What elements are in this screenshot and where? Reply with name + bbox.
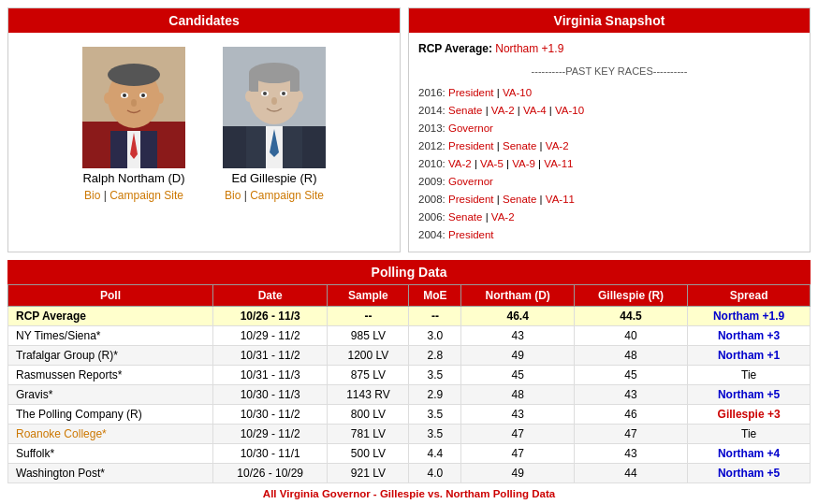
svg-point-13 — [156, 93, 164, 104]
table-row: Rasmussen Reports*10/31 - 11/3875 LV3.54… — [8, 365, 811, 384]
svg-point-29 — [296, 91, 303, 102]
rcp-average: RCP Average: Northam +1.9 — [418, 40, 800, 58]
poll-name-cell[interactable]: Suffolk* — [8, 443, 213, 463]
poll-data-cell: 800 LV — [328, 404, 409, 424]
poll-data-cell: 921 LV — [328, 463, 409, 482]
column-header: Spread — [688, 284, 811, 306]
poll-data-cell: 4.4 — [409, 443, 461, 463]
poll-name-cell[interactable]: Washington Post* — [8, 463, 213, 482]
northam-links[interactable]: Bio | Campaign Site — [82, 189, 185, 202]
poll-data-cell: Tie — [688, 365, 811, 384]
poll-data-cell: 3.5 — [409, 365, 461, 384]
column-header: MoE — [409, 284, 461, 306]
polling-header: Polling Data — [7, 260, 811, 284]
poll-data-cell: 48 — [461, 384, 574, 404]
past-race-row: 2006: Senate | VA-2 — [418, 209, 800, 226]
northam-bio-link[interactable]: Bio — [84, 189, 100, 202]
svg-point-25 — [263, 92, 267, 95]
gillespie-name: Ed Gillespie (R) — [223, 171, 326, 185]
poll-name-cell[interactable]: Trafalgar Group (R)* — [8, 345, 213, 365]
poll-name-cell[interactable]: RCP Average — [8, 306, 213, 325]
poll-data-cell: 3.0 — [409, 325, 461, 345]
poll-name-cell[interactable]: NY Times/Siena* — [8, 325, 213, 345]
table-row: RCP Average10/26 - 11/3----46.444.5North… — [8, 306, 811, 325]
poll-data-cell: 48 — [574, 345, 687, 365]
poll-name-cell[interactable]: Roanoke College* — [8, 424, 213, 443]
poll-data-cell: Northam +1.9 — [688, 306, 811, 325]
polling-footer: All Virginia Governor - Gillespie vs. No… — [7, 483, 811, 504]
poll-data-cell: 3.5 — [409, 424, 461, 443]
column-header: Gillespie (R) — [574, 284, 687, 306]
past-races: 2016: President | VA-102014: Senate | VA… — [418, 84, 800, 244]
poll-data-cell: 44 — [574, 463, 687, 482]
table-row: Trafalgar Group (R)*10/31 - 11/21200 LV2… — [8, 345, 811, 365]
poll-data-cell: 10/26 - 10/29 — [212, 463, 327, 482]
poll-data-cell: Northam +5 — [688, 463, 811, 482]
svg-point-10 — [141, 94, 145, 97]
poll-data-cell: 49 — [461, 463, 574, 482]
past-race-row: 2016: President | VA-10 — [418, 84, 800, 102]
past-races-title: ----------PAST KEY RACES---------- — [418, 64, 800, 80]
poll-data-cell: Northam +5 — [688, 384, 811, 404]
poll-name-cell[interactable]: Gravis* — [8, 384, 213, 404]
poll-data-cell: 45 — [461, 365, 574, 384]
snapshot-panel: Virginia Snapshot RCP Average: Northam +… — [408, 7, 811, 252]
column-header: Date — [212, 284, 327, 306]
gillespie-links[interactable]: Bio | Campaign Site — [223, 189, 326, 202]
svg-point-6 — [108, 64, 160, 86]
poll-data-cell: 43 — [574, 443, 687, 463]
poll-data-cell: 43 — [461, 404, 574, 424]
poll-name-cell[interactable]: The Polling Company (R) — [8, 404, 213, 424]
table-row: Washington Post*10/26 - 10/29921 LV4.049… — [8, 463, 811, 482]
svg-point-28 — [245, 91, 253, 102]
northam-photo — [82, 47, 185, 168]
poll-data-cell: 44.5 — [574, 306, 687, 325]
poll-data-cell: Tie — [688, 424, 811, 443]
poll-data-cell: 47 — [574, 424, 687, 443]
northam-name: Ralph Northam (D) — [82, 171, 185, 185]
poll-data-cell: 781 LV — [328, 424, 409, 443]
past-race-row: 2010: VA-2 | VA-5 | VA-9 | VA-11 — [418, 155, 800, 173]
table-row: NY Times/Siena*10/29 - 11/2985 LV3.04340… — [8, 325, 811, 345]
gillespie-photo — [223, 47, 326, 168]
poll-data-cell: 875 LV — [328, 365, 409, 384]
gillespie-campaign-link[interactable]: Campaign Site — [250, 189, 324, 202]
table-row: Roanoke College*10/29 - 11/2781 LV3.5474… — [8, 424, 811, 443]
poll-data-cell: 10/29 - 11/2 — [212, 325, 327, 345]
poll-data-cell: Gillespie +3 — [688, 404, 811, 424]
svg-rect-21 — [249, 73, 258, 92]
poll-data-cell: 47 — [461, 424, 574, 443]
poll-data-cell: Northam +1 — [688, 345, 811, 365]
svg-rect-22 — [290, 73, 299, 92]
svg-point-11 — [131, 99, 137, 107]
poll-data-cell: 2.9 — [409, 384, 461, 404]
candidates-panel: Candidates — [7, 7, 401, 252]
poll-data-cell: 43 — [461, 325, 574, 345]
gillespie-bio-link[interactable]: Bio — [225, 189, 241, 202]
past-race-row: 2004: President — [418, 226, 800, 244]
column-header: Poll — [8, 284, 213, 306]
table-row: Gravis*10/30 - 11/31143 RV2.94843Northam… — [8, 384, 811, 404]
poll-data-cell: 10/31 - 11/3 — [212, 365, 327, 384]
poll-name-cell[interactable]: Rasmussen Reports* — [8, 365, 213, 384]
table-row: Suffolk*10/30 - 11/1500 LV4.44743Northam… — [8, 443, 811, 463]
candidate-gillespie: Ed Gillespie (R) Bio | Campaign Site — [223, 47, 326, 202]
poll-data-cell: 47 — [461, 443, 574, 463]
poll-data-cell: 43 — [574, 384, 687, 404]
column-header: Northam (D) — [461, 284, 574, 306]
poll-data-cell: 10/30 - 11/2 — [212, 404, 327, 424]
northam-campaign-link[interactable]: Campaign Site — [110, 189, 183, 202]
poll-data-cell: -- — [409, 306, 461, 325]
past-race-row: 2012: President | Senate | VA-2 — [418, 137, 800, 155]
candidates-body: Ralph Northam (D) Bio | Campaign Site — [8, 33, 400, 211]
table-row: The Polling Company (R)10/30 - 11/2800 L… — [8, 404, 811, 424]
poll-data-cell: -- — [328, 306, 409, 325]
column-header: Sample — [328, 284, 409, 306]
poll-data-cell: 2.8 — [409, 345, 461, 365]
poll-data-cell: 45 — [574, 365, 687, 384]
svg-point-12 — [104, 93, 111, 104]
poll-data-cell: 10/29 - 11/2 — [212, 424, 327, 443]
past-race-row: 2008: President | Senate | VA-11 — [418, 191, 800, 209]
poll-data-cell: 46.4 — [461, 306, 574, 325]
past-race-row: 2013: Governor — [418, 120, 800, 137]
